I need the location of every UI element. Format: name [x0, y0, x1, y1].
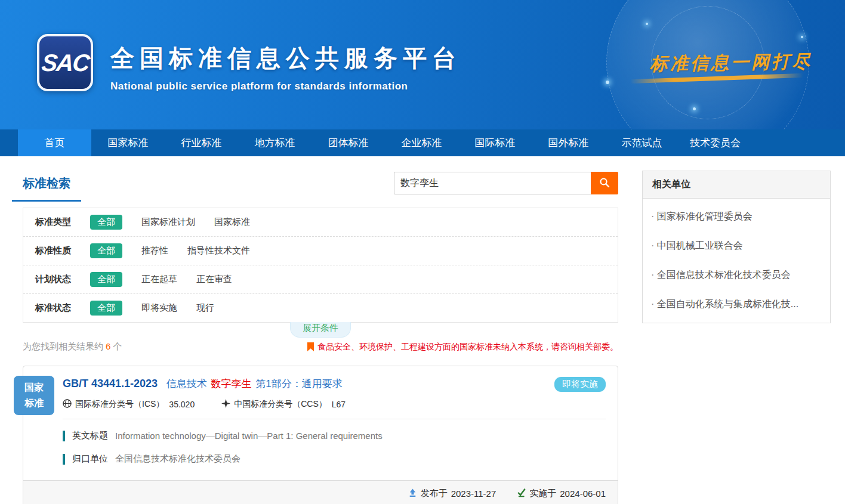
notice: 食品安全、环境保护、工程建设方面的国家标准未纳入本系统，请咨询相关部委。 [307, 342, 618, 353]
nav-item-industry-standards[interactable]: 行业标准 [165, 129, 238, 156]
related-unit-link[interactable]: 国家标准化管理委员会 [643, 202, 830, 231]
related-units-panel: 相关单位 国家标准化管理委员会 中国机械工业联合会 全国信息技术标准化技术委员会… [642, 171, 831, 323]
site-subtitle: National public service platform for sta… [110, 81, 461, 92]
published-date: 2023-11-27 [451, 488, 496, 499]
filter-all-button[interactable]: 全部 [90, 272, 122, 287]
filter-all-button[interactable]: 全部 [90, 301, 122, 316]
title-part2: 第1部分：通用要求 [255, 378, 342, 389]
search-icon [599, 177, 610, 190]
bookmark-icon [307, 342, 314, 351]
ccs-item: 中国标准分类号（CCS） L67 [221, 399, 346, 410]
card-head: 即将实施 GB/T 43441.1-2023 信息技术 数字孪生 第1部分：通用… [23, 366, 618, 419]
filter-row-standard-nature: 标准性质 全部 推荐性 指导性技术文件 [23, 236, 618, 265]
published-label: 发布于 [421, 488, 448, 499]
filter-option[interactable]: 正在起草 [141, 274, 177, 285]
nav-item-international-standards[interactable]: 国际标准 [458, 129, 532, 156]
globe-icon [63, 399, 75, 410]
search-section-head: 标准检索 [23, 171, 618, 208]
ccs-label: 中国标准分类号（CCS） [234, 399, 327, 410]
title-highlight: 数字孪生 [211, 378, 252, 389]
filter-row-standard-status: 标准状态 全部 即将实施 现行 [23, 293, 618, 322]
standard-type-badge[interactable]: 国家 标准 [14, 376, 54, 415]
related-units-list: 国家标准化管理委员会 中国机械工业联合会 全国信息技术标准化技术委员会 全国自动… [643, 199, 830, 323]
standard-title[interactable]: GB/T 43441.1-2023 信息技术 数字孪生 第1部分：通用要求 [63, 377, 606, 391]
type-badge-line2: 标准 [24, 395, 44, 411]
standard-code-link[interactable]: GB/T 43441.1-2023 [63, 378, 158, 389]
field-bar [63, 454, 65, 465]
filter-row-standard-type: 标准类型 全部 国家标准计划 国家标准 [23, 208, 618, 236]
sac-logo-text: SAC [40, 50, 90, 76]
result-count-number: 6 [106, 341, 110, 351]
filter-option[interactable]: 现行 [196, 302, 214, 314]
field-value: Information technology—Digital twin—Part… [115, 431, 383, 441]
result-count-suffix: 个 [113, 341, 122, 351]
filter-all-button[interactable]: 全部 [90, 215, 122, 230]
classification-meta: 国际标准分类号（ICS） 35.020 中国标准分类号（CCS） L67 [63, 399, 606, 419]
nav-item-home[interactable]: 首页 [18, 129, 91, 156]
filter-option[interactable]: 国家标准计划 [141, 217, 195, 228]
filter-option[interactable]: 正在审查 [196, 274, 232, 285]
status-badge: 即将实施 [554, 377, 606, 392]
nav-item-foreign-standards[interactable]: 国外标准 [532, 129, 605, 156]
implemented-date: 2024-06-01 [560, 488, 606, 499]
filter-row-plan-status: 计划状态 全部 正在起草 正在审查 [23, 265, 618, 293]
expand-conditions-button[interactable]: 展开条件 [290, 322, 351, 338]
filter-label: 标准状态 [35, 302, 90, 314]
nav-item-enterprise-standards[interactable]: 企业标准 [385, 129, 458, 156]
filter-box: 标准类型 全部 国家标准计划 国家标准 标准性质 全部 推荐性 指导性技术文件 … [23, 208, 618, 323]
filter-label: 标准性质 [35, 245, 90, 256]
field-english-title: 英文标题 Information technology—Digital twin… [63, 430, 606, 441]
site-title: 全国标准信息公共服务平台 [110, 42, 461, 75]
search-button[interactable] [591, 172, 618, 194]
nav-item-national-standards[interactable]: 国家标准 [91, 129, 165, 156]
field-label: 英文标题 [72, 430, 108, 441]
filter-option[interactable]: 推荐性 [141, 245, 168, 256]
related-units-title: 相关单位 [643, 171, 830, 199]
title-part1: 信息技术 [166, 378, 207, 389]
nav-item-group-standards[interactable]: 团体标准 [312, 129, 385, 156]
search-input[interactable] [394, 172, 591, 194]
related-unit-link[interactable]: 全国信息技术标准化技术委员会 [643, 261, 830, 290]
field-committee: 归口单位 全国信息技术标准化技术委员会 [63, 453, 606, 465]
field-bar [63, 431, 65, 441]
main-column: 标准检索 标准类型 全部 国家标准计划 国家标准 [23, 171, 618, 504]
page: SAC 全国标准信息公共服务平台 National public service… [0, 0, 845, 504]
filter-option[interactable]: 即将实施 [141, 302, 177, 314]
filter-option[interactable]: 指导性技术文件 [187, 245, 250, 256]
field-label: 归口单位 [72, 453, 108, 465]
main-nav: 首页 国家标准 行业标准 地方标准 团体标准 企业标准 国际标准 国外标准 示范… [0, 129, 845, 156]
slogan-text: 标准信息一网打尽 [650, 50, 813, 77]
page-title: 标准检索 [12, 171, 81, 202]
site-titles: 全国标准信息公共服务平台 National public service pla… [110, 42, 461, 92]
implemented-label: 实施于 [529, 488, 556, 499]
ics-label: 国际标准分类号（ICS） [75, 399, 164, 410]
published-date-item: 发布于 2023-11-27 [408, 488, 496, 499]
decorative-dot [801, 36, 803, 38]
filter-option[interactable]: 国家标准 [214, 217, 250, 228]
result-count-prefix: 为您找到相关结果约 [23, 341, 103, 351]
field-value: 全国信息技术标准化技术委员会 [115, 453, 240, 465]
ics-value: 35.020 [169, 400, 195, 409]
content-area: 标准检索 标准类型 全部 国家标准计划 国家标准 [0, 156, 845, 504]
implemented-date-item: 实施于 2024-06-01 [517, 488, 606, 499]
type-badge-line1: 国家 [24, 380, 44, 395]
result-info-row: 为您找到相关结果约6个 食品安全、环境保护、工程建设方面的国家标准未纳入本系统，… [23, 341, 618, 353]
site-header: SAC 全国标准信息公共服务平台 National public service… [0, 0, 845, 129]
decorative-dot [693, 107, 696, 110]
filter-label: 计划状态 [35, 274, 90, 285]
standard-result-card: 国家 标准 即将实施 GB/T 43441.1-2023 信息技术 数字孪生 第… [23, 366, 618, 504]
ccs-value: L67 [332, 400, 346, 409]
nav-item-pilot[interactable]: 示范试点 [605, 129, 679, 156]
check-icon [517, 488, 529, 499]
nav-item-local-standards[interactable]: 地方标准 [238, 129, 312, 156]
nav-item-technical-committee[interactable]: 技术委员会 [679, 129, 752, 156]
filter-all-button[interactable]: 全部 [90, 243, 122, 258]
sac-logo: SAC [37, 34, 93, 91]
ics-item: 国际标准分类号（ICS） 35.020 [63, 399, 195, 410]
related-unit-link[interactable]: 全国自动化系统与集成标准化技... [643, 290, 830, 319]
result-count: 为您找到相关结果约6个 [23, 341, 122, 353]
decorative-dot [646, 23, 648, 25]
upload-icon [408, 488, 421, 499]
filter-label: 标准类型 [35, 217, 90, 228]
related-unit-link[interactable]: 中国机械工业联合会 [643, 231, 830, 261]
